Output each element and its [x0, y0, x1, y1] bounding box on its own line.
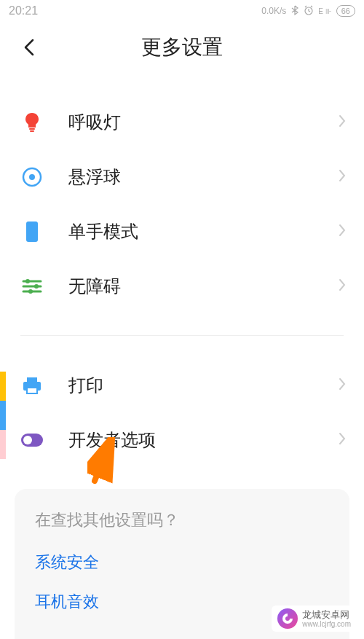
- settings-list: 呼吸灯 悬浮球 单手模式 无障碍: [0, 73, 364, 467]
- status-bar: 20:21 0.0K/s E ⊪ 66: [0, 0, 364, 22]
- toggle-icon: [20, 428, 44, 452]
- item-label: 开发者选项: [68, 428, 338, 452]
- item-label: 呼吸灯: [68, 111, 338, 134]
- watermark-url: www.lcjrfg.com: [302, 620, 351, 628]
- chevron-right-icon: [338, 431, 347, 449]
- target-icon: [20, 165, 44, 189]
- chevron-right-icon: [338, 114, 347, 131]
- network-speed: 0.0K/s: [261, 6, 286, 16]
- status-time: 20:21: [9, 4, 38, 17]
- watermark-logo-icon: [277, 608, 298, 629]
- svg-rect-2: [30, 130, 34, 132]
- item-accessibility[interactable]: 无障碍: [0, 259, 364, 313]
- title-bar: 更多设置: [0, 22, 364, 73]
- bluetooth-icon: [290, 5, 299, 17]
- item-developer-options[interactable]: 开发者选项: [0, 412, 364, 467]
- link-system-security[interactable]: 系统安全: [35, 552, 329, 573]
- settings-screen: 20:21 0.0K/s E ⊪ 66 更多设置 呼吸灯: [0, 0, 364, 639]
- chevron-right-icon: [338, 278, 347, 295]
- alarm-icon: [304, 5, 314, 17]
- svg-point-4: [29, 174, 35, 180]
- item-label: 打印: [68, 374, 338, 397]
- chevron-right-icon: [338, 168, 347, 186]
- item-label: 单手模式: [68, 220, 338, 243]
- item-print[interactable]: 打印: [0, 358, 364, 412]
- svg-point-9: [34, 284, 39, 289]
- item-onehand-mode[interactable]: 单手模式: [0, 204, 364, 259]
- item-label: 无障碍: [68, 275, 338, 298]
- svg-rect-1: [29, 128, 35, 130]
- svg-point-11: [28, 289, 33, 294]
- svg-point-16: [23, 436, 32, 444]
- bulb-icon: [20, 111, 44, 134]
- svg-rect-5: [26, 222, 38, 242]
- printer-icon: [20, 374, 44, 397]
- side-tab-yellow: [0, 372, 6, 401]
- chevron-right-icon: [338, 223, 347, 240]
- svg-rect-13: [27, 377, 37, 383]
- back-button[interactable]: [15, 33, 44, 62]
- item-floating-ball[interactable]: 悬浮球: [0, 149, 364, 204]
- search-card-title: 在查找其他设置吗？: [35, 509, 329, 531]
- watermark-text-wrap: 龙城安卓网 www.lcjrfg.com: [302, 609, 351, 629]
- side-tab-pink: [0, 430, 6, 459]
- signal-icon: E ⊪: [318, 7, 331, 15]
- sliders-icon: [20, 275, 44, 298]
- svg-point-7: [25, 279, 30, 283]
- chevron-right-icon: [338, 377, 347, 394]
- battery-indicator: 66: [336, 5, 355, 17]
- phone-icon: [20, 220, 44, 243]
- item-label: 悬浮球: [68, 165, 338, 189]
- side-color-tabs: [0, 372, 6, 459]
- page-title: 更多设置: [0, 34, 364, 61]
- status-indicators: 0.0K/s E ⊪ 66: [261, 5, 355, 17]
- item-breathing-light[interactable]: 呼吸灯: [0, 95, 364, 149]
- watermark: 龙城安卓网 www.lcjrfg.com: [272, 605, 357, 632]
- svg-rect-14: [27, 388, 37, 393]
- watermark-title: 龙城安卓网: [302, 609, 351, 621]
- side-tab-blue: [0, 401, 6, 430]
